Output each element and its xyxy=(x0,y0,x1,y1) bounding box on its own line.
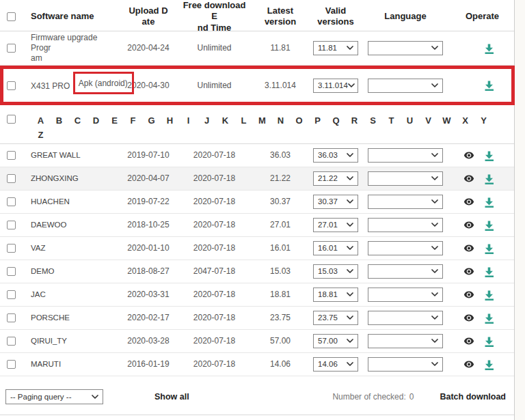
row-checkbox[interactable] xyxy=(7,197,16,206)
upload-date: 2020-02-17 xyxy=(118,313,179,323)
language-select[interactable] xyxy=(368,241,443,255)
language-select[interactable] xyxy=(368,218,443,232)
alphabet-filter-letter[interactable]: F xyxy=(124,113,142,128)
download-icon[interactable] xyxy=(481,219,494,232)
language-select[interactable] xyxy=(368,148,443,163)
software-name: ZHONGXING xyxy=(22,173,118,183)
alphabet-filter-letter[interactable]: D xyxy=(87,113,105,128)
select-all-checkbox[interactable] xyxy=(7,12,16,21)
download-icon[interactable] xyxy=(481,289,494,301)
download-icon[interactable] xyxy=(481,335,494,348)
eye-icon[interactable] xyxy=(463,173,474,184)
alphabet-filter-letter[interactable]: L xyxy=(234,113,253,128)
download-icon[interactable] xyxy=(481,150,494,162)
row-checkbox[interactable] xyxy=(7,174,16,183)
row-checkbox[interactable] xyxy=(7,313,16,322)
download-icon[interactable] xyxy=(481,266,494,278)
alphabet-filter-letter[interactable]: Z xyxy=(31,128,50,142)
row-checkbox[interactable] xyxy=(7,81,16,90)
table-row: MARUTI 2016-01-19 2020-07-18 14.06 14.06 xyxy=(0,353,514,376)
download-icon[interactable] xyxy=(481,359,494,371)
alphabet-filter-letter[interactable]: H xyxy=(161,113,179,128)
valid-version-select[interactable]: 16.01 xyxy=(313,241,358,255)
alphabet-filter-letter[interactable]: V xyxy=(419,113,438,128)
alphabet-filter-letter[interactable]: S xyxy=(364,113,382,128)
row-checkbox[interactable] xyxy=(7,267,16,276)
row-checkbox[interactable] xyxy=(7,221,16,229)
valid-version-select[interactable]: 14.06 xyxy=(313,357,358,372)
row-checkbox[interactable] xyxy=(7,337,16,346)
alphabet-filter-letter[interactable]: W xyxy=(438,113,456,128)
alphabet-filter-letter[interactable]: E xyxy=(105,113,124,128)
alphabet-filter-letter[interactable]: Q xyxy=(327,113,345,128)
select-all-checkbox[interactable] xyxy=(7,115,16,124)
alphabet-filter-letter[interactable]: N xyxy=(271,113,290,128)
language-select[interactable] xyxy=(368,41,443,55)
valid-version-select[interactable]: 11.81 xyxy=(313,41,358,55)
checked-count-value: 0 xyxy=(409,392,414,402)
row-checkbox[interactable] xyxy=(7,151,16,160)
eye-icon[interactable] xyxy=(463,266,474,277)
valid-version-select[interactable]: 15.03 xyxy=(313,264,358,279)
valid-version-select[interactable]: 30.37 xyxy=(313,195,358,209)
row-checkbox[interactable] xyxy=(7,360,16,369)
language-select[interactable] xyxy=(368,288,443,302)
alphabet-filter-letter[interactable]: G xyxy=(142,113,161,128)
selected-value: 27.01 xyxy=(318,220,338,229)
latest-version: 11.81 xyxy=(250,43,311,53)
valid-version-select[interactable]: 27.01 xyxy=(313,218,358,232)
batch-download-button[interactable]: Batch download xyxy=(440,392,506,402)
alphabet-filter-letter[interactable]: P xyxy=(308,113,327,128)
eye-icon[interactable] xyxy=(463,359,474,369)
eye-icon[interactable] xyxy=(463,290,474,300)
alphabet-filter-letter[interactable]: T xyxy=(382,113,401,128)
alphabet-filter-letter[interactable]: C xyxy=(68,113,87,128)
table-row: PORSCHE 2020-02-17 2020-07-18 23.75 23.7… xyxy=(0,307,514,330)
alphabet-filter-letter[interactable]: J xyxy=(198,113,216,128)
download-icon[interactable] xyxy=(481,42,494,55)
language-select[interactable] xyxy=(368,171,443,186)
alphabet-filter-letter[interactable]: Y xyxy=(474,113,493,128)
chevron-down-icon xyxy=(431,176,438,181)
download-icon[interactable] xyxy=(481,242,494,255)
alphabet-filter-letter[interactable]: K xyxy=(216,113,234,128)
language-select[interactable] xyxy=(368,195,443,209)
chevron-down-icon xyxy=(431,223,438,227)
row-checkbox[interactable] xyxy=(7,44,16,53)
valid-version-select[interactable]: 36.03 xyxy=(313,148,358,163)
valid-version-select[interactable]: 21.22 xyxy=(313,171,358,186)
download-icon[interactable] xyxy=(481,173,494,185)
download-icon[interactable] xyxy=(481,312,494,324)
valid-version-select[interactable]: 23.75 xyxy=(313,311,358,325)
language-select[interactable] xyxy=(368,334,443,348)
eye-icon[interactable] xyxy=(463,313,474,323)
paging-query-select[interactable]: -- Paging query -- xyxy=(5,389,103,404)
valid-version-select[interactable]: 57.00 xyxy=(313,334,358,348)
alphabet-filter-letter[interactable]: A xyxy=(31,113,50,128)
alphabet-filter-letter[interactable]: O xyxy=(290,113,308,128)
show-all-button[interactable]: Show all xyxy=(154,392,189,402)
alphabet-filter-letter[interactable]: I xyxy=(179,113,198,128)
chevron-down-icon xyxy=(431,362,438,367)
alphabet-filter-letter[interactable]: B xyxy=(50,113,68,128)
alphabet-filter-letter[interactable]: R xyxy=(345,113,364,128)
row-checkbox[interactable] xyxy=(7,290,16,299)
download-icon[interactable] xyxy=(481,79,494,92)
alphabet-filter-letter[interactable]: M xyxy=(253,113,271,128)
valid-version-select[interactable]: 18.81 xyxy=(313,288,358,302)
download-icon[interactable] xyxy=(481,196,494,208)
eye-icon[interactable] xyxy=(463,336,474,346)
language-select[interactable] xyxy=(368,264,443,279)
eye-icon[interactable] xyxy=(463,243,474,253)
language-select[interactable] xyxy=(368,311,443,325)
eye-icon[interactable] xyxy=(463,150,474,160)
valid-version-select[interactable]: 3.11.014 xyxy=(313,79,358,93)
eye-icon[interactable] xyxy=(463,220,474,230)
language-select[interactable] xyxy=(368,79,443,93)
eye-icon[interactable] xyxy=(463,197,474,207)
software-name: MARUTI xyxy=(22,359,118,369)
alphabet-filter-letter[interactable]: U xyxy=(401,113,419,128)
row-checkbox[interactable] xyxy=(7,244,16,253)
alphabet-filter-letter[interactable]: X xyxy=(456,113,474,128)
language-select[interactable] xyxy=(368,357,443,372)
